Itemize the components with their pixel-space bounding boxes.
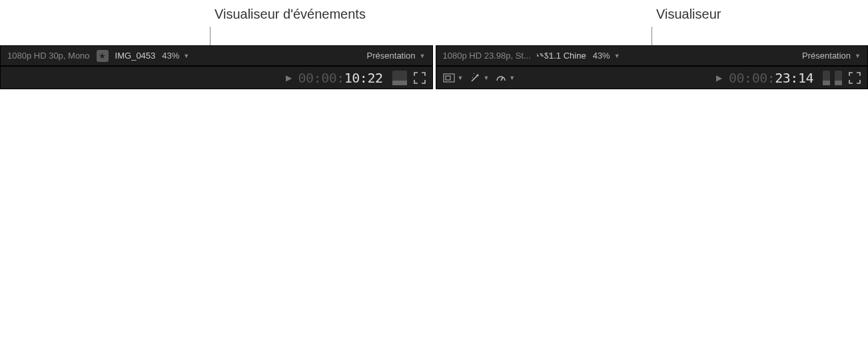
transform-icon: [443, 73, 455, 83]
presentation-label: Présentation: [367, 51, 416, 61]
chevron-down-icon: ▼: [458, 75, 464, 81]
presentation-menu[interactable]: Présentation ▼: [802, 51, 861, 61]
svg-rect-1: [446, 76, 450, 80]
timecode-display[interactable]: 00:00:10:22: [298, 70, 383, 86]
rating-star-icon[interactable]: ★: [97, 50, 109, 62]
callout-pointer: [651, 27, 652, 45]
zoom-value: 43%: [162, 51, 179, 61]
viewer-bottombar: ▼ ▼ ▼ ▶ 00:00:23:14: [436, 66, 868, 89]
chevron-down-icon: ▼: [509, 75, 515, 81]
callout-pointer: [210, 27, 211, 45]
svg-rect-0: [444, 74, 454, 82]
fullscreen-button[interactable]: [849, 72, 861, 84]
event-viewer-topbar: 1080p HD 30p, Mono ★ IMG_0453 43% ▼ Prés…: [1, 46, 432, 66]
transform-tool-menu[interactable]: ▼: [443, 73, 464, 83]
chevron-down-icon: ▼: [183, 53, 189, 59]
chevron-down-icon: ▼: [855, 53, 861, 59]
timecode-hi: 23:14: [775, 70, 813, 86]
presentation-menu[interactable]: Présentation ▼: [367, 51, 426, 61]
presentation-label: Présentation: [802, 51, 851, 61]
zoom-menu[interactable]: 43% ▼: [162, 51, 189, 61]
viewer-pane: 1080p HD 23.98p, St... 01.1 Chine 43% ▼ …: [436, 45, 869, 89]
timecode-dim: 00:00:: [729, 70, 775, 86]
svg-line-2: [501, 77, 503, 81]
fullscreen-icon: [414, 72, 426, 84]
zoom-menu[interactable]: 43% ▼: [593, 51, 620, 61]
viewer-topbar: 1080p HD 23.98p, St... 01.1 Chine 43% ▼ …: [436, 46, 868, 66]
audio-meter-stereo[interactable]: [820, 71, 842, 85]
timecode-hi: 10:22: [344, 70, 383, 86]
fullscreen-button[interactable]: [414, 72, 426, 84]
play-icon[interactable]: ▶: [286, 73, 292, 83]
callout-viewer: Visualiseur: [656, 7, 721, 22]
timecode-display[interactable]: 00:00:23:14: [729, 70, 813, 86]
chevron-down-icon: ▼: [420, 53, 426, 59]
magic-wand-icon: [470, 73, 480, 83]
event-viewer-pane: 1080p HD 30p, Mono ★ IMG_0453 43% ▼ Prés…: [0, 45, 433, 89]
format-label: 1080p HD 23.98p, St...: [443, 51, 531, 61]
callout-event-viewer: Visualiseur d'événements: [215, 7, 366, 22]
clip-name-label[interactable]: IMG_0453: [115, 51, 156, 61]
enhance-tool-menu[interactable]: ▼: [470, 73, 489, 83]
gauge-icon: [496, 73, 506, 83]
audio-meter[interactable]: [392, 71, 407, 85]
callout-labels: Visualiseur d'événements Visualiseur: [0, 0, 868, 45]
play-icon[interactable]: ▶: [716, 73, 722, 83]
timecode-dim: 00:00:: [298, 70, 344, 86]
chevron-down-icon: ▼: [614, 53, 620, 59]
event-viewer-bottombar: ▶ 00:00:10:22: [1, 66, 432, 89]
format-label: 1080p HD 30p, Mono: [7, 51, 90, 61]
zoom-value: 43%: [593, 51, 610, 61]
chevron-down-icon: ▼: [483, 75, 489, 81]
retime-tool-menu[interactable]: ▼: [496, 73, 515, 83]
project-name-label[interactable]: 01.1 Chine: [544, 51, 586, 61]
fullscreen-icon: [849, 72, 861, 84]
